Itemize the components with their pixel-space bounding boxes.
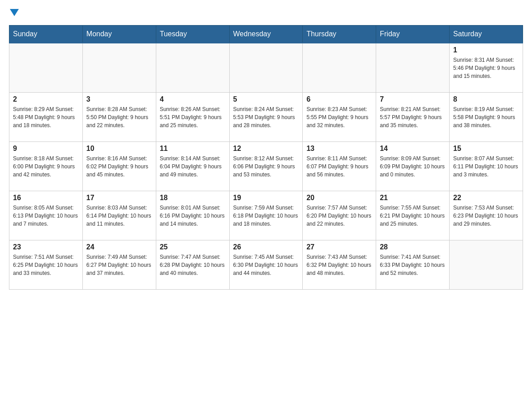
- calendar-cell: 14Sunrise: 8:09 AM Sunset: 6:09 PM Dayli…: [376, 141, 450, 191]
- calendar-cell: 21Sunrise: 7:55 AM Sunset: 6:21 PM Dayli…: [376, 191, 450, 240]
- calendar-cell: 7Sunrise: 8:21 AM Sunset: 5:57 PM Daylig…: [376, 92, 450, 141]
- day-number: 8: [453, 95, 519, 103]
- calendar-cell: 11Sunrise: 8:14 AM Sunset: 6:04 PM Dayli…: [156, 141, 229, 191]
- day-info: Sunrise: 8:31 AM Sunset: 5:46 PM Dayligh…: [453, 56, 519, 80]
- day-info: Sunrise: 8:21 AM Sunset: 5:57 PM Dayligh…: [380, 105, 446, 129]
- day-info: Sunrise: 8:09 AM Sunset: 6:09 PM Dayligh…: [380, 154, 446, 179]
- day-number: 3: [86, 95, 152, 103]
- calendar-cell: 9Sunrise: 8:18 AM Sunset: 6:00 PM Daylig…: [9, 141, 83, 191]
- day-number: 20: [306, 194, 372, 202]
- day-number: 16: [13, 194, 79, 202]
- calendar-cell: 2Sunrise: 8:29 AM Sunset: 5:48 PM Daylig…: [9, 92, 83, 141]
- day-info: Sunrise: 7:57 AM Sunset: 6:20 PM Dayligh…: [306, 204, 372, 228]
- day-number: 12: [233, 145, 299, 153]
- day-number: 22: [453, 194, 519, 202]
- day-number: 23: [13, 243, 79, 251]
- day-number: 19: [233, 194, 299, 202]
- day-number: 11: [160, 145, 226, 153]
- calendar-cell: 12Sunrise: 8:12 AM Sunset: 6:06 PM Dayli…: [229, 141, 303, 191]
- day-info: Sunrise: 8:14 AM Sunset: 6:04 PM Dayligh…: [160, 154, 226, 179]
- column-header-thursday: Thursday: [303, 26, 376, 43]
- calendar-cell: 4Sunrise: 8:26 AM Sunset: 5:51 PM Daylig…: [156, 92, 229, 141]
- column-header-tuesday: Tuesday: [156, 26, 229, 43]
- calendar-cell: [450, 240, 523, 289]
- calendar-cell: 18Sunrise: 8:01 AM Sunset: 6:16 PM Dayli…: [156, 191, 229, 240]
- calendar-cell: 10Sunrise: 8:16 AM Sunset: 6:02 PM Dayli…: [82, 141, 156, 191]
- logo-triangle-icon: [10, 9, 19, 16]
- day-info: Sunrise: 8:01 AM Sunset: 6:16 PM Dayligh…: [160, 204, 226, 228]
- calendar-cell: 22Sunrise: 7:53 AM Sunset: 6:23 PM Dayli…: [450, 191, 523, 240]
- calendar-cell: 20Sunrise: 7:57 AM Sunset: 6:20 PM Dayli…: [303, 191, 376, 240]
- day-info: Sunrise: 8:18 AM Sunset: 6:00 PM Dayligh…: [13, 154, 79, 179]
- calendar-cell: 27Sunrise: 7:43 AM Sunset: 6:32 PM Dayli…: [303, 240, 376, 289]
- day-number: 9: [13, 145, 79, 153]
- day-number: 5: [233, 95, 299, 103]
- calendar-cell: 15Sunrise: 8:07 AM Sunset: 6:11 PM Dayli…: [450, 141, 523, 191]
- week-row-2: 2Sunrise: 8:29 AM Sunset: 5:48 PM Daylig…: [9, 92, 523, 141]
- day-info: Sunrise: 8:05 AM Sunset: 6:13 PM Dayligh…: [13, 204, 79, 228]
- day-info: Sunrise: 7:47 AM Sunset: 6:28 PM Dayligh…: [160, 253, 226, 277]
- day-number: 6: [306, 95, 372, 103]
- day-info: Sunrise: 7:53 AM Sunset: 6:23 PM Dayligh…: [453, 204, 519, 228]
- day-info: Sunrise: 8:03 AM Sunset: 6:14 PM Dayligh…: [86, 204, 152, 228]
- calendar-cell: [303, 43, 376, 92]
- calendar-cell: 5Sunrise: 8:24 AM Sunset: 5:53 PM Daylig…: [229, 92, 303, 141]
- day-info: Sunrise: 7:49 AM Sunset: 6:27 PM Dayligh…: [86, 253, 152, 277]
- day-info: Sunrise: 8:19 AM Sunset: 5:58 PM Dayligh…: [453, 105, 519, 129]
- day-number: 13: [306, 145, 372, 153]
- day-number: 2: [13, 95, 79, 103]
- day-info: Sunrise: 8:07 AM Sunset: 6:11 PM Dayligh…: [453, 154, 519, 179]
- day-number: 24: [86, 243, 152, 251]
- day-info: Sunrise: 7:55 AM Sunset: 6:21 PM Dayligh…: [380, 204, 446, 228]
- week-row-4: 16Sunrise: 8:05 AM Sunset: 6:13 PM Dayli…: [9, 191, 523, 240]
- week-row-1: 1Sunrise: 8:31 AM Sunset: 5:46 PM Daylig…: [9, 43, 523, 92]
- day-number: 10: [86, 145, 152, 153]
- calendar-table: SundayMondayTuesdayWednesdayThursdayFrid…: [9, 25, 523, 290]
- calendar-cell: 17Sunrise: 8:03 AM Sunset: 6:14 PM Dayli…: [82, 191, 156, 240]
- calendar-cell: [82, 43, 156, 92]
- column-header-sunday: Sunday: [9, 26, 83, 43]
- calendar-cell: 19Sunrise: 7:59 AM Sunset: 6:18 PM Dayli…: [229, 191, 303, 240]
- day-number: 17: [86, 194, 152, 202]
- day-info: Sunrise: 8:11 AM Sunset: 6:07 PM Dayligh…: [306, 154, 372, 179]
- day-number: 26: [233, 243, 299, 251]
- column-header-saturday: Saturday: [450, 26, 523, 43]
- calendar-cell: [229, 43, 303, 92]
- day-info: Sunrise: 7:59 AM Sunset: 6:18 PM Dayligh…: [233, 204, 299, 228]
- page-header: [9, 9, 523, 16]
- day-number: 25: [160, 243, 226, 251]
- day-number: 21: [380, 194, 446, 202]
- calendar-cell: 25Sunrise: 7:47 AM Sunset: 6:28 PM Dayli…: [156, 240, 229, 289]
- calendar-cell: 8Sunrise: 8:19 AM Sunset: 5:58 PM Daylig…: [450, 92, 523, 141]
- day-info: Sunrise: 7:45 AM Sunset: 6:30 PM Dayligh…: [233, 253, 299, 277]
- calendar-cell: 24Sunrise: 7:49 AM Sunset: 6:27 PM Dayli…: [82, 240, 156, 289]
- day-info: Sunrise: 8:23 AM Sunset: 5:55 PM Dayligh…: [306, 105, 372, 129]
- calendar-cell: 1Sunrise: 8:31 AM Sunset: 5:46 PM Daylig…: [450, 43, 523, 92]
- day-number: 1: [453, 46, 519, 54]
- day-info: Sunrise: 8:12 AM Sunset: 6:06 PM Dayligh…: [233, 154, 299, 179]
- day-info: Sunrise: 8:28 AM Sunset: 5:50 PM Dayligh…: [86, 105, 152, 129]
- calendar-cell: [9, 43, 83, 92]
- day-number: 18: [160, 194, 226, 202]
- day-info: Sunrise: 8:29 AM Sunset: 5:48 PM Dayligh…: [13, 105, 79, 129]
- calendar-cell: [376, 43, 450, 92]
- day-info: Sunrise: 7:43 AM Sunset: 6:32 PM Dayligh…: [306, 253, 372, 277]
- day-info: Sunrise: 7:51 AM Sunset: 6:25 PM Dayligh…: [13, 253, 79, 277]
- logo: [9, 9, 19, 16]
- day-number: 7: [380, 95, 446, 103]
- day-number: 15: [453, 145, 519, 153]
- header-row: SundayMondayTuesdayWednesdayThursdayFrid…: [9, 26, 523, 43]
- day-number: 28: [380, 243, 446, 251]
- calendar-cell: 28Sunrise: 7:41 AM Sunset: 6:33 PM Dayli…: [376, 240, 450, 289]
- day-info: Sunrise: 8:26 AM Sunset: 5:51 PM Dayligh…: [160, 105, 226, 129]
- day-number: 27: [306, 243, 372, 251]
- calendar-cell: 13Sunrise: 8:11 AM Sunset: 6:07 PM Dayli…: [303, 141, 376, 191]
- day-info: Sunrise: 7:41 AM Sunset: 6:33 PM Dayligh…: [380, 253, 446, 277]
- column-header-monday: Monday: [82, 26, 156, 43]
- day-info: Sunrise: 8:16 AM Sunset: 6:02 PM Dayligh…: [86, 154, 152, 179]
- week-row-5: 23Sunrise: 7:51 AM Sunset: 6:25 PM Dayli…: [9, 240, 523, 289]
- day-info: Sunrise: 8:24 AM Sunset: 5:53 PM Dayligh…: [233, 105, 299, 129]
- day-number: 14: [380, 145, 446, 153]
- calendar-cell: 16Sunrise: 8:05 AM Sunset: 6:13 PM Dayli…: [9, 191, 83, 240]
- column-header-wednesday: Wednesday: [229, 26, 303, 43]
